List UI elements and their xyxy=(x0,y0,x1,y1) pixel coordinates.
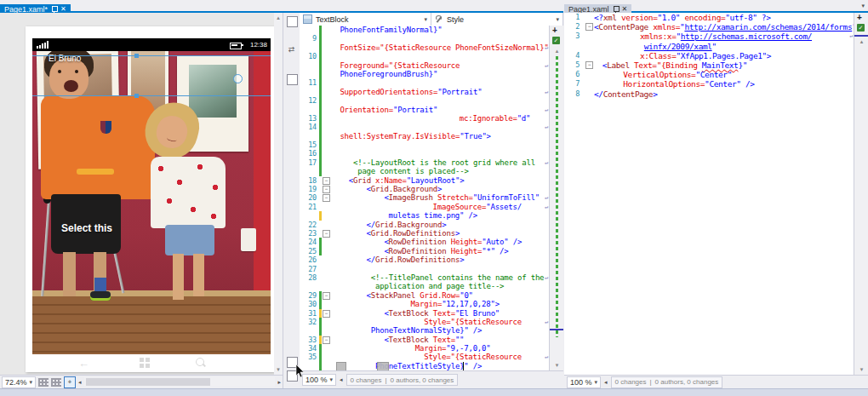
member-dropdown[interactable]: Style ▾ xyxy=(431,13,563,26)
code-row[interactable]: 17<!--LayoutRoot is the root grid where … xyxy=(300,158,549,167)
designer-horizontal-scrollbar[interactable] xyxy=(84,377,276,387)
code-row[interactable]: 3xmlns:x="http://schemas.microsoft.com/↵ xyxy=(564,32,854,41)
scroll-left-icon[interactable]: ◂ xyxy=(340,376,343,383)
fold-collapse-icon[interactable]: − xyxy=(323,177,330,185)
code-row[interactable]: 20−<ImageBrush Stretch="UniformToFill"↵ xyxy=(300,193,549,202)
code-row[interactable]: 12 xyxy=(300,96,549,105)
designer-code-splitter[interactable]: ⇄ xyxy=(283,13,301,388)
tab-overflow-icon[interactable]: ▾ xyxy=(861,3,865,9)
collapse-pane-icon[interactable] xyxy=(287,16,298,27)
code-row[interactable]: 2−<ContentPage xmlns="http://xamarin.com… xyxy=(564,22,854,32)
split-window-icon[interactable]: + xyxy=(552,26,557,35)
code-row[interactable]: PhoneTextNormalStyle}" /> xyxy=(300,326,549,335)
editor-vertical-scrollbar-right[interactable]: + ✓ ▴ ▾ xyxy=(854,13,868,375)
fold-collapse-icon[interactable]: − xyxy=(585,23,593,31)
code-row[interactable]: page content is placed--> xyxy=(300,167,549,175)
xaml-code-editor-right[interactable]: 1<?xml version="1.0" encoding="utf-8" ?>… xyxy=(564,13,854,375)
code-row[interactable]: 5−<Label Text="{Binding MainText}" xyxy=(564,60,854,70)
code-row[interactable]: 28<!--TitlePanel contains the name of th… xyxy=(300,273,549,282)
fold-collapse-icon[interactable]: − xyxy=(323,230,330,238)
code-row[interactable]: 33−<TextBlock Text="" xyxy=(300,336,549,344)
scroll-left-icon[interactable]: ◂ xyxy=(78,379,82,386)
selection-handle[interactable] xyxy=(134,54,139,58)
code-row[interactable]: PhoneFontFamilyNormal}" xyxy=(300,26,549,34)
scroll-left-icon[interactable]: ◂ xyxy=(604,379,608,386)
split-window-icon[interactable]: + xyxy=(857,13,862,22)
scroll-down-icon[interactable]: ▾ xyxy=(550,362,564,369)
fold-collapse-icon[interactable]: − xyxy=(585,61,593,69)
code-row[interactable]: 1<?xml version="1.0" encoding="utf-8" ?> xyxy=(564,13,854,22)
phone-page-preview[interactable]: El Bruno Select this e xyxy=(32,51,271,354)
code-row[interactable]: 34Margin="9,-7,0,0" xyxy=(300,344,549,353)
fold-collapse-icon[interactable]: − xyxy=(323,186,330,193)
editor-zoom-select[interactable]: 100 % ▾ xyxy=(567,376,601,388)
code-row[interactable]: 15 xyxy=(300,141,549,149)
code-row[interactable]: 21ImageSource="Assets/↵ xyxy=(300,203,549,211)
code-row[interactable]: 19−<Grid.Background> xyxy=(300,185,549,193)
code-row[interactable]: PhoneForegroundBrush}" xyxy=(300,70,549,78)
element-dropdown[interactable]: TextBlock ▾ xyxy=(300,13,431,26)
code-row[interactable]: 8</ContentPage> xyxy=(564,89,854,99)
scrollbar-thumb[interactable] xyxy=(86,378,210,386)
code-row[interactable]: 26</Grid.RowDefinitions> xyxy=(300,255,549,264)
code-row[interactable]: 23−<Grid.RowDefinitions> xyxy=(300,229,549,238)
code-row[interactable]: winfx/2009/xaml" xyxy=(564,42,854,51)
code-row[interactable]: application and page title--> xyxy=(300,282,549,290)
snap-to-snaplines-icon[interactable]: ⌖ xyxy=(64,376,76,388)
snap-grid-icon[interactable] xyxy=(51,378,61,387)
editor-zoom-select[interactable]: 100 % ▾ xyxy=(302,374,336,386)
code-text: SupportedOrientations="Portrait"↵ xyxy=(331,88,549,96)
fold-collapse-icon[interactable]: − xyxy=(323,292,330,300)
code-row[interactable]: Orientation="Portrait"↵ xyxy=(300,106,549,114)
codelens-indicator[interactable]: 0 changes | 0 authors, 0 changes xyxy=(611,376,723,388)
designer-zoom-select[interactable]: 72.4% ▾ xyxy=(2,376,36,388)
code-row[interactable]: Foreground="{StaticResource↵ xyxy=(300,61,549,70)
close-icon[interactable]: ✕ xyxy=(60,6,66,13)
xaml-designer-surface[interactable]: 12:38 xyxy=(0,13,283,375)
code-row[interactable]: 18−<Grid x:Name="LayoutRoot"> xyxy=(300,176,549,185)
scroll-right-icon[interactable]: ▸ xyxy=(277,379,281,386)
overlay-textblock[interactable]: Select this xyxy=(61,222,112,234)
vertical-split-icon[interactable] xyxy=(287,74,298,85)
code-row[interactable]: 6VerticalOptions="Center" xyxy=(564,70,854,79)
editor-vertical-scrollbar[interactable]: + ✓ ▴ ▾ xyxy=(549,26,564,370)
code-row[interactable]: 10 xyxy=(300,52,549,60)
show-grid-icon[interactable] xyxy=(38,378,49,387)
code-row[interactable]: shell:SystemTray.IsVisible="True"> xyxy=(300,132,549,141)
fold-collapse-icon[interactable]: − xyxy=(323,194,330,202)
code-row[interactable]: 9 xyxy=(300,34,549,43)
code-row[interactable]: 13mc:Ignorable="d" xyxy=(300,114,549,123)
designer-vertical-scrollbar[interactable]: ▴ ▾ xyxy=(274,13,283,375)
code-row[interactable]: 25<RowDefinition Height="*" /> xyxy=(300,247,549,255)
code-row[interactable]: 4x:Class="XfApp1.Pages.Page1"> xyxy=(564,51,854,60)
code-row[interactable]: 24<RowDefinition Height="Auto" /> xyxy=(300,238,549,246)
code-row[interactable]: 32Style="{StaticResource↵ xyxy=(300,318,549,326)
fold-collapse-icon[interactable]: − xyxy=(323,336,330,344)
scroll-down-icon[interactable]: ▾ xyxy=(854,366,868,373)
code-row[interactable]: 14↵ xyxy=(300,123,549,131)
close-icon[interactable]: ✕ xyxy=(622,6,628,13)
selection-handle[interactable] xyxy=(134,94,139,98)
code-row[interactable]: FontSize="{StaticResource PhoneFontSizeN… xyxy=(300,43,549,52)
scroll-down-icon[interactable]: ▾ xyxy=(274,366,283,373)
code-row[interactable]: 29−<StackPanel Grid.Row="0" xyxy=(300,291,549,300)
code-row[interactable]: 11 xyxy=(300,78,549,87)
fold-collapse-icon[interactable]: − xyxy=(323,310,330,318)
scroll-up-icon[interactable]: ▴ xyxy=(854,38,868,45)
code-row[interactable]: SupportedOrientations="Portrait"↵ xyxy=(300,88,549,96)
code-row[interactable]: 31−<TextBlock Text="El Bruno" xyxy=(300,309,549,318)
code-row[interactable]: 27 xyxy=(300,265,549,273)
xaml-code-editor[interactable]: PhoneFontFamilyNormal}"9FontSize="{Stati… xyxy=(300,26,549,370)
code-row[interactable]: 22</Grid.Background> xyxy=(300,221,549,229)
scroll-up-icon[interactable]: ▴ xyxy=(550,48,564,55)
scroll-up-icon[interactable]: ▴ xyxy=(274,14,283,21)
code-row[interactable]: 16 xyxy=(300,149,549,158)
codelens-indicator[interactable]: 0 changes | 0 authors, 0 changes xyxy=(346,374,459,386)
adorner-rotate-icon[interactable] xyxy=(233,74,243,83)
code-row[interactable]: 30Margin="12,17,0,28"> xyxy=(300,300,549,308)
code-row[interactable]: PhoneTextTitleStyle}" /> xyxy=(300,362,549,370)
code-row[interactable]: 7HorizontalOptions="Center" /> xyxy=(564,79,854,89)
code-row[interactable]: muletas time.png" /> xyxy=(300,211,549,220)
code-row[interactable]: 35Style="{StaticResource↵ xyxy=(300,353,549,361)
swap-panes-icon[interactable]: ⇄ xyxy=(287,45,296,55)
